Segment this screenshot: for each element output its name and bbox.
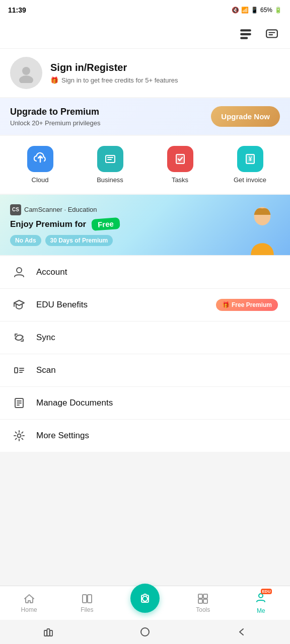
svg-rect-30	[198, 594, 202, 598]
status-time: 11:39	[8, 6, 26, 14]
menu-edu-label: EDU Benefits	[36, 300, 206, 310]
cloud-icon-wrap	[27, 146, 53, 172]
battery-text: 65%	[260, 7, 272, 14]
edu-person-illustration	[235, 200, 290, 255]
manage-docs-icon	[12, 396, 26, 410]
nav-me[interactable]: EDU Me	[232, 588, 290, 618]
edu-badge: EDU	[261, 589, 272, 594]
svg-rect-36	[47, 629, 50, 636]
profile-info: Sign in/Register 🎁 Sign in to get free c…	[50, 62, 178, 84]
mute-icon: 🔇	[232, 7, 239, 14]
menu-item-edu-benefits[interactable]: EDU Benefits 🎁 Free Premium	[0, 289, 290, 321]
menu-scan-label: Scan	[36, 365, 278, 375]
action-invoice[interactable]: ¥ Get invoice	[215, 146, 285, 184]
svg-rect-33	[203, 599, 207, 603]
system-nav	[0, 620, 290, 644]
svg-rect-35	[44, 630, 47, 636]
gift-badge-icon: 🎁	[222, 301, 230, 308]
menu-item-account[interactable]: Account	[0, 256, 290, 289]
svg-rect-31	[203, 594, 207, 598]
premium-title: Upgrade to Premium	[10, 107, 101, 117]
action-invoice-label: Get invoice	[234, 176, 266, 184]
free-premium-badge: 🎁 Free Premium	[216, 299, 278, 311]
svg-rect-3	[266, 30, 277, 37]
upgrade-now-button[interactable]: Upgrade Now	[211, 106, 280, 127]
nav-tools[interactable]: Tools	[174, 589, 232, 617]
bottom-nav: Home Files Tools	[0, 586, 290, 620]
svg-rect-32	[198, 599, 202, 603]
edu-logo: CS	[10, 204, 21, 215]
avatar	[10, 57, 42, 89]
premium-text: Upgrade to Premium Unlock 20+ Premium pr…	[10, 107, 101, 127]
action-business[interactable]: Business	[75, 146, 145, 184]
scan-icon	[12, 363, 26, 377]
edu-headline: Enjoy Premium for Free	[10, 218, 120, 230]
edu-brand-text: CamScanner · Education	[24, 206, 97, 213]
svg-point-6	[22, 67, 30, 75]
menu-item-sync[interactable]: Sync	[0, 321, 290, 354]
nav-files-label: Files	[81, 606, 93, 613]
edu-tag-30-days: 30 Days of Premium	[45, 235, 113, 246]
profile-section[interactable]: Sign in/Register 🎁 Sign in to get free c…	[0, 49, 290, 97]
svg-point-26	[18, 434, 21, 438]
action-tasks-label: Tasks	[172, 176, 188, 184]
premium-subtitle: Unlock 20+ Premium privileges	[10, 119, 101, 127]
nav-tools-label: Tools	[196, 606, 210, 613]
svg-point-17	[17, 268, 22, 273]
top-bar	[0, 20, 290, 49]
menu-item-manage-docs[interactable]: Manage Documents	[0, 387, 290, 420]
edu-content: CS CamScanner · Education Enjoy Premium …	[10, 204, 120, 246]
nav-files[interactable]: Files	[58, 589, 116, 617]
nav-home[interactable]: Home	[0, 589, 58, 617]
menu-manage-docs-label: Manage Documents	[36, 398, 278, 408]
svg-rect-1	[241, 34, 251, 35]
tasks-icon-wrap	[167, 146, 193, 172]
menu-list: Account EDU Benefits 🎁 Free Premium Sy	[0, 256, 290, 452]
business-icon-wrap	[97, 146, 123, 172]
sync-icon	[12, 331, 26, 345]
menu-settings-label: More Settings	[36, 431, 278, 441]
svg-text:¥: ¥	[248, 155, 252, 163]
status-bar: 11:39 🔇 📶 📱 65% 🔋	[0, 0, 290, 20]
svg-point-34	[259, 594, 263, 598]
svg-rect-2	[241, 38, 247, 39]
svg-rect-28	[88, 595, 92, 603]
svg-rect-37	[50, 630, 52, 636]
action-business-label: Business	[97, 176, 123, 184]
edu-tag-no-ads: No Ads	[10, 235, 41, 246]
profile-title: Sign in/Register	[50, 62, 178, 73]
wifi-icon: 📶	[241, 7, 249, 14]
back-button[interactable]	[227, 622, 257, 642]
recents-button[interactable]	[33, 622, 63, 642]
invoice-icon-wrap: ¥	[237, 146, 263, 172]
settings-icon	[12, 429, 26, 443]
menu-item-scan[interactable]: Scan	[0, 354, 290, 387]
action-cloud-label: Cloud	[32, 176, 49, 184]
nav-home-label: Home	[21, 606, 37, 613]
menu-sync-label: Sync	[36, 333, 278, 343]
chat-button[interactable]	[262, 24, 282, 44]
home-system-button[interactable]	[130, 622, 160, 642]
action-cloud[interactable]: Cloud	[5, 146, 75, 184]
scan-list-button[interactable]	[236, 24, 256, 44]
free-badge: Free	[91, 217, 120, 231]
menu-account-label: Account	[36, 267, 278, 277]
nav-camera[interactable]	[116, 585, 174, 622]
profile-subtitle-text: Sign in to get free credits for 5+ featu…	[61, 76, 178, 84]
svg-rect-27	[83, 595, 87, 603]
svg-point-29	[142, 596, 148, 601]
profile-subtitle: 🎁 Sign in to get free credits for 5+ fea…	[50, 76, 178, 84]
battery-icon: 🔋	[274, 7, 282, 14]
svg-point-7	[19, 75, 33, 83]
account-icon	[12, 265, 26, 279]
action-tasks[interactable]: Tasks	[145, 146, 215, 184]
menu-item-more-settings[interactable]: More Settings	[0, 420, 290, 452]
camera-fab-button[interactable]	[130, 584, 160, 613]
edu-brand: CS CamScanner · Education	[10, 204, 120, 215]
premium-banner: Upgrade to Premium Unlock 20+ Premium pr…	[0, 98, 290, 135]
gift-icon: 🎁	[50, 76, 58, 84]
nav-me-label: Me	[257, 607, 265, 614]
svg-rect-18	[15, 368, 18, 373]
edu-banner[interactable]: CS CamScanner · Education Enjoy Premium …	[0, 195, 290, 255]
signal-icon: 📱	[251, 7, 258, 14]
